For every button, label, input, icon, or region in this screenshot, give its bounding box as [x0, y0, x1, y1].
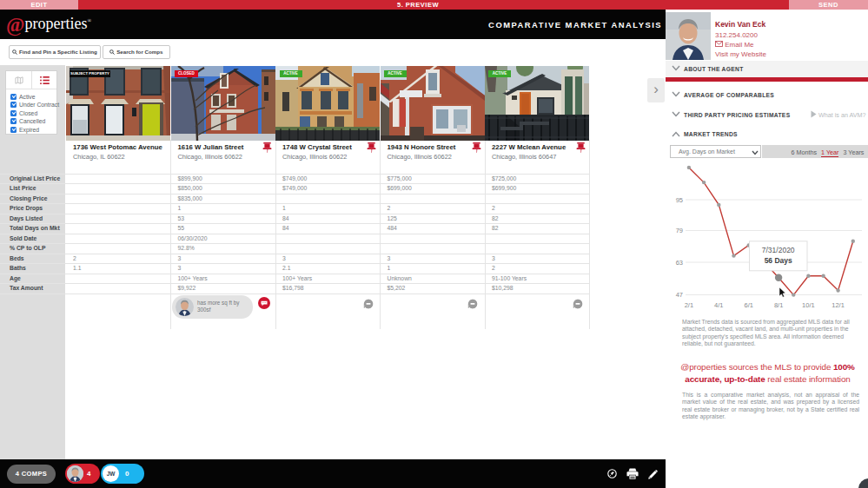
svg-text:47: 47	[676, 291, 683, 299]
svg-text:79: 79	[676, 227, 683, 234]
svg-text:12/1: 12/1	[832, 301, 845, 309]
svg-text:10/1: 10/1	[802, 301, 815, 309]
svg-text:56 Days: 56 Days	[765, 256, 792, 265]
svg-text:4/1: 4/1	[714, 301, 723, 309]
svg-text:95: 95	[676, 196, 683, 204]
svg-text:2/1: 2/1	[685, 301, 693, 309]
svg-text:6/1: 6/1	[744, 301, 752, 309]
svg-text:7/31/2020: 7/31/2020	[762, 246, 795, 254]
svg-text:63: 63	[676, 259, 683, 267]
svg-text:8/1: 8/1	[774, 301, 783, 309]
